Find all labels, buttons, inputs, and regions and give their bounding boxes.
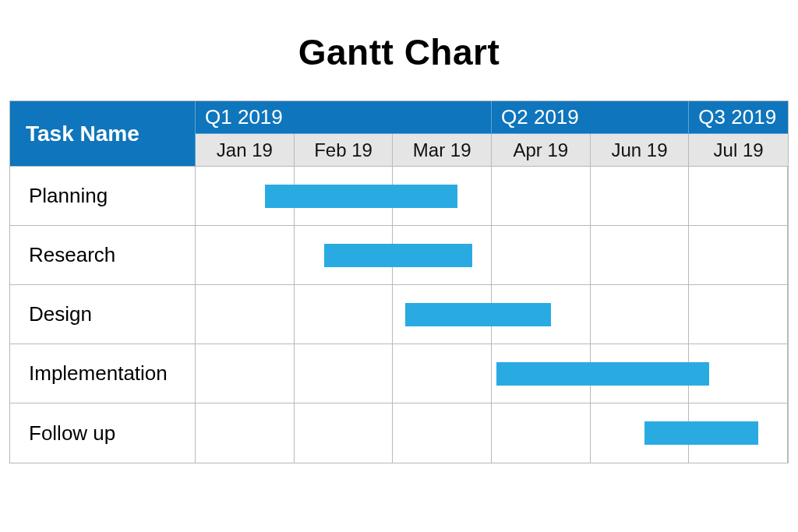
gantt-bar bbox=[405, 303, 551, 326]
gantt-bar bbox=[324, 244, 472, 267]
gantt-bar bbox=[496, 362, 708, 386]
task-label: Planning bbox=[10, 167, 196, 225]
timeline-cell bbox=[393, 403, 492, 463]
gantt-bar bbox=[644, 421, 758, 445]
task-timeline bbox=[196, 403, 788, 463]
task-timeline bbox=[196, 344, 788, 403]
quarter-header-row: Q1 2019Q2 2019Q3 2019 bbox=[196, 101, 788, 134]
task-label: Design bbox=[10, 285, 196, 344]
timeline-cell bbox=[689, 167, 788, 225]
task-row: Follow up bbox=[10, 403, 788, 463]
timeline-cell bbox=[295, 344, 394, 403]
task-row: Implementation bbox=[10, 344, 788, 403]
task-timeline bbox=[196, 285, 788, 344]
timeline-cell bbox=[591, 226, 690, 284]
month-header: Jun 19 bbox=[591, 134, 690, 167]
timeline-cell bbox=[295, 285, 394, 344]
quarter-header: Q2 2019 bbox=[492, 101, 689, 134]
task-timeline bbox=[196, 226, 788, 284]
timeline-cell bbox=[295, 403, 394, 463]
chart-title: Gantt Chart bbox=[8, 31, 790, 73]
month-header: Feb 19 bbox=[295, 134, 394, 167]
month-header-row: Jan 19Feb 19Mar 19Apr 19Jun 19Jul 19 bbox=[196, 134, 788, 167]
month-header: Apr 19 bbox=[492, 134, 591, 167]
timeline-cell bbox=[196, 285, 295, 344]
gantt-body: PlanningResearchDesignImplementationFoll… bbox=[10, 167, 788, 463]
task-label: Follow up bbox=[10, 403, 196, 463]
timeline-cell bbox=[689, 285, 788, 344]
month-header: Mar 19 bbox=[393, 134, 492, 167]
timeline-cell bbox=[196, 344, 295, 403]
quarter-header: Q3 2019 bbox=[689, 101, 788, 134]
task-timeline bbox=[196, 167, 788, 225]
task-name-header: Task Name bbox=[10, 101, 196, 167]
timeline-cell bbox=[196, 226, 295, 284]
quarter-header: Q1 2019 bbox=[196, 101, 492, 134]
task-label: Implementation bbox=[10, 344, 196, 403]
task-label: Research bbox=[10, 226, 196, 284]
month-header: Jan 19 bbox=[196, 134, 295, 167]
timeline-cell bbox=[591, 285, 690, 344]
gantt-chart: Task Name Q1 2019Q2 2019Q3 2019 Jan 19Fe… bbox=[9, 100, 789, 463]
timeline-cell bbox=[492, 226, 591, 284]
gantt-bar bbox=[265, 185, 457, 208]
timeline-cell bbox=[591, 167, 690, 225]
task-row: Research bbox=[10, 226, 788, 285]
month-header: Jul 19 bbox=[689, 134, 788, 167]
timeline-cell bbox=[196, 403, 295, 463]
task-row: Planning bbox=[10, 167, 788, 226]
timeline-cell bbox=[393, 344, 492, 403]
timeline-cell bbox=[689, 226, 788, 284]
timeline-cell bbox=[492, 403, 591, 463]
task-row: Design bbox=[10, 285, 788, 344]
timeline-cell bbox=[492, 167, 591, 225]
